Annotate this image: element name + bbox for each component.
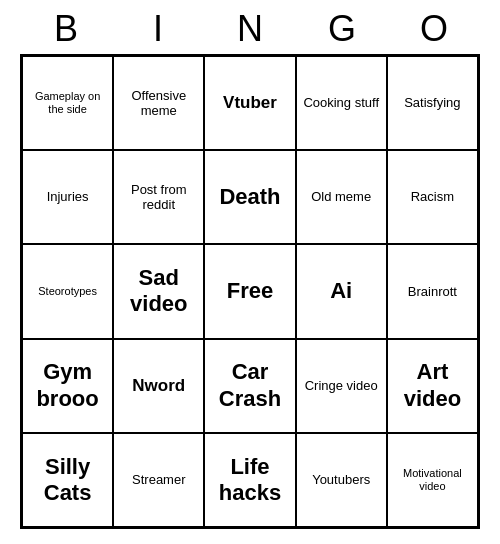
- table-row: Free: [204, 244, 295, 338]
- table-row: Nword: [113, 339, 204, 433]
- table-row: Offensive meme: [113, 56, 204, 150]
- table-row: Life hacks: [204, 433, 295, 527]
- table-row: Cringe video: [296, 339, 387, 433]
- table-row: Cooking stuff: [296, 56, 387, 150]
- table-row: Car Crash: [204, 339, 295, 433]
- table-row: Steorotypes: [22, 244, 113, 338]
- table-row: Injuries: [22, 150, 113, 244]
- table-row: Silly Cats: [22, 433, 113, 527]
- table-row: Brainrott: [387, 244, 478, 338]
- letter-g: G: [302, 8, 382, 50]
- letter-b: B: [26, 8, 106, 50]
- bingo-title: B I N G O: [20, 0, 480, 54]
- table-row: Satisfying: [387, 56, 478, 150]
- table-row: Racism: [387, 150, 478, 244]
- table-row: Gym brooo: [22, 339, 113, 433]
- table-row: Sad video: [113, 244, 204, 338]
- table-row: Death: [204, 150, 295, 244]
- letter-n: N: [210, 8, 290, 50]
- table-row: Ai: [296, 244, 387, 338]
- table-row: Old meme: [296, 150, 387, 244]
- bingo-grid: Gameplay on the sideOffensive memeVtuber…: [20, 54, 480, 529]
- table-row: Youtubers: [296, 433, 387, 527]
- table-row: Art video: [387, 339, 478, 433]
- letter-o: O: [394, 8, 474, 50]
- table-row: Motivational video: [387, 433, 478, 527]
- table-row: Post from reddit: [113, 150, 204, 244]
- table-row: Streamer: [113, 433, 204, 527]
- table-row: Gameplay on the side: [22, 56, 113, 150]
- letter-i: I: [118, 8, 198, 50]
- table-row: Vtuber: [204, 56, 295, 150]
